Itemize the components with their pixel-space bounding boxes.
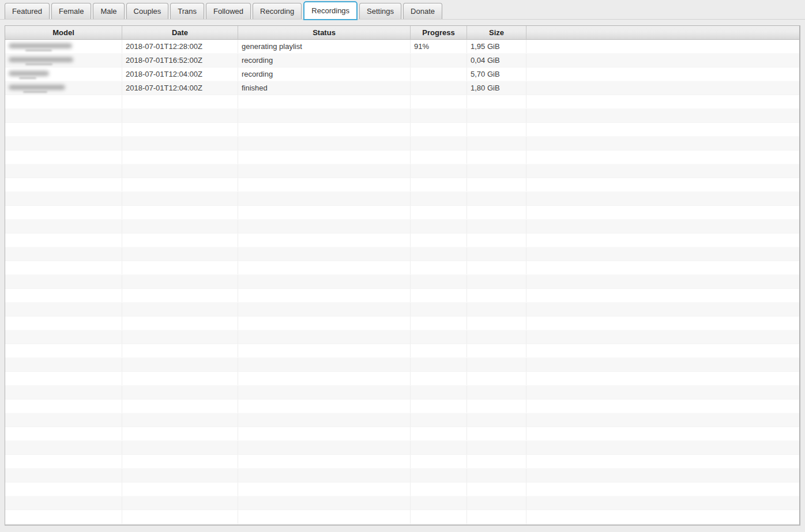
- status-cell: recording: [238, 67, 411, 81]
- model-cell: [5, 40, 122, 53]
- model-cell: [5, 510, 122, 523]
- empty-row: [5, 399, 799, 413]
- model-cell: [5, 178, 122, 191]
- filler-cell: [526, 109, 799, 122]
- recording-row[interactable]: 2018-07-01T12:04:00Zfinished1,80 GiB: [5, 81, 799, 95]
- progress-cell: [411, 206, 467, 219]
- model-cell: [5, 261, 122, 274]
- filler-cell: [526, 344, 799, 357]
- empty-row: [5, 496, 799, 510]
- model-cell: [5, 496, 122, 510]
- tab-donate[interactable]: Donate: [403, 3, 442, 19]
- progress-cell: [411, 81, 467, 95]
- empty-row: [5, 358, 799, 372]
- model-cell: [5, 81, 122, 95]
- empty-row: [5, 386, 799, 399]
- empty-row: [5, 150, 799, 164]
- model-cell: [5, 137, 122, 150]
- status-cell: [238, 316, 411, 330]
- status-cell: [238, 289, 411, 302]
- status-cell: [238, 247, 411, 261]
- status-cell: [238, 330, 411, 344]
- progress-cell: [411, 54, 467, 67]
- redacted-model-name: [9, 67, 49, 81]
- tab-recording[interactable]: Recording: [253, 3, 302, 19]
- progress-cell: [411, 413, 467, 427]
- size-cell: [467, 220, 526, 233]
- tab-female[interactable]: Female: [51, 3, 91, 19]
- status-cell: [238, 303, 411, 316]
- date-cell: [122, 330, 238, 344]
- status-cell: finished: [238, 81, 411, 95]
- column-header-progress[interactable]: Progress: [411, 26, 467, 39]
- filler-cell: [526, 275, 799, 288]
- recording-row[interactable]: 2018-07-01T12:28:00Zgenerating playlist9…: [5, 40, 799, 54]
- filler-cell: [526, 123, 799, 136]
- column-header-model[interactable]: Model: [5, 26, 122, 39]
- size-cell: [467, 95, 526, 108]
- status-cell: [238, 137, 411, 150]
- empty-row: [5, 137, 799, 150]
- progress-cell: [411, 178, 467, 191]
- empty-row: [5, 427, 799, 441]
- status-cell: [238, 524, 411, 525]
- empty-row: [5, 164, 799, 178]
- tab-trans[interactable]: Trans: [170, 3, 204, 19]
- model-cell: [5, 427, 122, 440]
- size-cell: [467, 496, 526, 510]
- column-header-filler[interactable]: [526, 26, 799, 39]
- column-header-size[interactable]: Size: [467, 26, 526, 39]
- date-cell: [122, 275, 238, 288]
- empty-row: [5, 344, 799, 358]
- tab-male[interactable]: Male: [93, 3, 124, 19]
- model-cell: [5, 399, 122, 413]
- status-cell: [238, 510, 411, 523]
- tab-couples[interactable]: Couples: [126, 3, 169, 19]
- filler-cell: [526, 95, 799, 108]
- progress-cell: [411, 469, 467, 482]
- filler-cell: [526, 137, 799, 150]
- tab-featured[interactable]: Featured: [5, 3, 50, 19]
- filler-cell: [526, 510, 799, 523]
- tab-followed[interactable]: Followed: [206, 3, 251, 19]
- empty-row: [5, 413, 799, 427]
- date-cell: [122, 413, 238, 427]
- redacted-model-name: [9, 81, 65, 95]
- progress-cell: [411, 386, 467, 399]
- size-cell: [467, 123, 526, 136]
- tab-recordings[interactable]: Recordings: [303, 1, 358, 20]
- recording-row[interactable]: 2018-07-01T12:04:00Zrecording5,70 GiB: [5, 67, 799, 81]
- filler-cell: [526, 441, 799, 454]
- status-cell: [238, 441, 411, 454]
- progress-cell: [411, 303, 467, 316]
- date-cell: [122, 289, 238, 302]
- recording-row[interactable]: 2018-07-01T16:52:00Zrecording0,04 GiB: [5, 54, 799, 67]
- status-cell: [238, 123, 411, 136]
- filler-cell: [526, 247, 799, 261]
- date-cell: [122, 386, 238, 399]
- model-cell: [5, 358, 122, 371]
- date-cell: [122, 233, 238, 247]
- date-cell: [122, 109, 238, 122]
- column-header-date[interactable]: Date: [122, 26, 238, 39]
- status-cell: [238, 275, 411, 288]
- filler-cell: [526, 289, 799, 302]
- model-cell: [5, 524, 122, 525]
- empty-row: [5, 123, 799, 137]
- empty-row: [5, 192, 799, 206]
- model-cell: [5, 303, 122, 316]
- empty-row: [5, 330, 799, 344]
- tab-settings[interactable]: Settings: [359, 3, 401, 19]
- date-cell: [122, 206, 238, 219]
- progress-cell: [411, 372, 467, 385]
- filler-cell: [526, 303, 799, 316]
- empty-row: [5, 261, 799, 275]
- status-cell: [238, 496, 411, 510]
- date-cell: [122, 358, 238, 371]
- date-cell: [122, 137, 238, 150]
- column-header-status[interactable]: Status: [238, 26, 411, 39]
- date-cell: [122, 372, 238, 385]
- date-cell: [122, 469, 238, 482]
- date-cell: [122, 455, 238, 468]
- size-cell: 5,70 GiB: [467, 67, 526, 81]
